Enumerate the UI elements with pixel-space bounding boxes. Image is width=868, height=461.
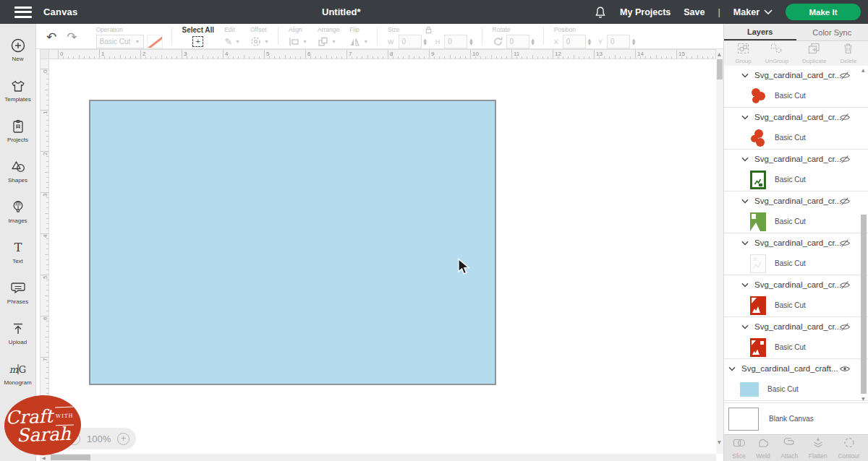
sidebar-item-images[interactable]: Images (0, 191, 35, 232)
eye-hidden-icon[interactable] (839, 280, 851, 293)
x-input[interactable] (563, 35, 586, 48)
layer-group-header[interactable]: Svg_cardinal_card_cr... (724, 191, 868, 210)
height-label: H (435, 38, 441, 46)
sidebar-item-text[interactable]: TText (0, 232, 35, 272)
layer-row[interactable]: Basic Cut (724, 378, 868, 400)
canvas-vertical-scrollbar[interactable]: ▲ ▼ (716, 49, 723, 454)
sidebar-item-templates[interactable]: Templates (0, 70, 35, 111)
chevron-down-icon[interactable] (741, 283, 749, 288)
vscroll-thumb[interactable] (717, 59, 723, 79)
chevron-down-icon[interactable] (741, 199, 749, 204)
sidebar-item-new[interactable]: New (0, 30, 35, 70)
chevron-down-icon[interactable] (741, 241, 749, 246)
layer-row[interactable]: Basic Cut (724, 85, 868, 107)
align-menu-button[interactable]: ▼ (289, 35, 307, 48)
canvas-horizontal-scrollbar[interactable]: ◀ (40, 454, 716, 461)
flip-menu-button[interactable]: ▼ (349, 35, 368, 48)
layer-group-header[interactable]: Svg_cardinal_card_cr... (724, 150, 868, 168)
layer-group-header[interactable]: Svg_cardinal_card_cr... (724, 233, 868, 252)
notifications-bell-icon[interactable] (594, 6, 607, 19)
contour-button[interactable]: Contour (838, 436, 859, 460)
rotate-label: Rotate (493, 26, 511, 33)
undo-button[interactable]: ↶ (46, 25, 56, 48)
width-input[interactable] (399, 35, 422, 48)
sidebar-item-shapes[interactable]: Shapes (0, 151, 35, 191)
layer-group-header[interactable]: Svg_cardinal_card_cr... (724, 108, 868, 126)
blue-rectangle-shape[interactable] (89, 100, 496, 385)
layer-group-header[interactable]: Svg_cardinal_card_cr... (724, 66, 868, 85)
lock-icon[interactable] (425, 26, 433, 34)
height-input[interactable] (444, 35, 467, 48)
eye-visible-icon[interactable] (839, 363, 851, 376)
sidebar-item-phrases[interactable]: Phrases (0, 272, 35, 313)
eye-hidden-icon[interactable] (839, 238, 851, 251)
width-stepper[interactable]: ▲▼ (399, 35, 427, 48)
select-all-icon[interactable]: + (192, 36, 203, 47)
eye-hidden-icon[interactable] (839, 70, 851, 83)
layer-row[interactable]: Basic Cut (724, 168, 868, 191)
delete-button[interactable]: Delete (840, 43, 856, 64)
arrange-menu-button[interactable]: ▼ (318, 35, 336, 48)
ungroup-button[interactable]: UnGroup (765, 43, 788, 64)
edit-label: Edit (224, 26, 235, 33)
sidebar-item-projects[interactable]: Projects (0, 111, 35, 151)
y-input[interactable] (607, 35, 630, 48)
group-button[interactable]: Group (735, 43, 751, 64)
ruler-corner (40, 49, 49, 59)
tab-color-sync[interactable]: Color Sync (796, 24, 868, 40)
eye-hidden-icon[interactable] (839, 112, 851, 125)
redo-button[interactable]: ↷ (67, 25, 77, 48)
rotate-input[interactable] (506, 35, 529, 48)
eye-hidden-icon[interactable] (839, 322, 851, 335)
layers-scroll-thumb[interactable] (861, 215, 867, 394)
blank-canvas-row[interactable]: Blank Canvas (724, 402, 868, 434)
chevron-down-icon[interactable] (741, 157, 749, 162)
layer-row[interactable]: Basic Cut (724, 210, 868, 233)
slice-button[interactable]: Slice (732, 436, 745, 460)
edit-menu-button[interactable]: ✎▼ (224, 35, 240, 48)
save-link[interactable]: Save (684, 7, 705, 17)
chevron-down-icon[interactable] (741, 73, 749, 78)
layer-group-header[interactable]: Svg_cardinal_card_craft... (724, 359, 868, 378)
chevron-down-icon[interactable] (741, 324, 749, 329)
layer-row[interactable]: Basic Cut (724, 126, 868, 149)
flatten-button[interactable]: Flatten (809, 436, 827, 460)
eye-hidden-icon[interactable] (839, 196, 851, 209)
make-it-button[interactable]: Make It (786, 4, 861, 20)
my-projects-link[interactable]: My Projects (620, 7, 671, 17)
chevron-down-icon[interactable] (728, 366, 736, 371)
eye-hidden-icon[interactable] (839, 154, 851, 167)
zoom-in-icon[interactable]: + (117, 433, 129, 445)
height-stepper[interactable]: ▲▼ (444, 35, 472, 48)
tab-layers[interactable]: Layers (724, 24, 796, 40)
document-title[interactable]: Untitled* (322, 0, 360, 24)
layer-thumbnail (750, 338, 766, 357)
left-sidebar: NewTemplatesProjectsShapesImagesTTextPhr… (0, 24, 36, 461)
attach-button[interactable]: Attach (780, 436, 798, 460)
sidebar-item-upload[interactable]: Upload (0, 313, 35, 353)
offset-menu-button[interactable]: ▼ (250, 35, 269, 48)
rotate-icon[interactable] (493, 36, 503, 47)
chevron-down-icon[interactable] (741, 115, 749, 120)
x-stepper[interactable]: ▲▼ (563, 35, 591, 48)
layer-row[interactable]: Basic Cut (724, 336, 868, 358)
layer-thumbnail (750, 254, 766, 273)
layer-group-header[interactable]: Svg_cardinal_card_cr... (724, 317, 868, 336)
layer-group-header[interactable]: Svg_cardinal_card_cr... (724, 275, 868, 294)
color-swatch[interactable] (147, 35, 163, 48)
layers-scrollbar[interactable]: ▲ ▼ (861, 66, 867, 402)
machine-selector[interactable]: Maker (733, 7, 773, 17)
blank-canvas-swatch[interactable] (728, 408, 759, 431)
hscroll-thumb[interactable] (51, 454, 90, 460)
layer-row[interactable]: Basic Cut (724, 294, 868, 316)
operation-select[interactable]: Basic Cut▼ (96, 35, 144, 48)
rotate-stepper[interactable]: ▲▼ (506, 35, 535, 48)
duplicate-button[interactable]: Duplicate (802, 43, 826, 64)
layer-row[interactable]: Basic Cut (724, 252, 868, 275)
canvas-workspace[interactable]: 012345678910111213141516 0123456789 ▲ ▼ … (36, 49, 723, 461)
y-stepper[interactable]: ▲▼ (607, 35, 635, 48)
layer-operation-label: Basic Cut (775, 92, 806, 100)
weld-button[interactable]: Weld (756, 436, 770, 460)
hamburger-menu-icon[interactable] (14, 7, 32, 18)
sidebar-item-monogram[interactable]: mGMonogram (0, 353, 35, 394)
